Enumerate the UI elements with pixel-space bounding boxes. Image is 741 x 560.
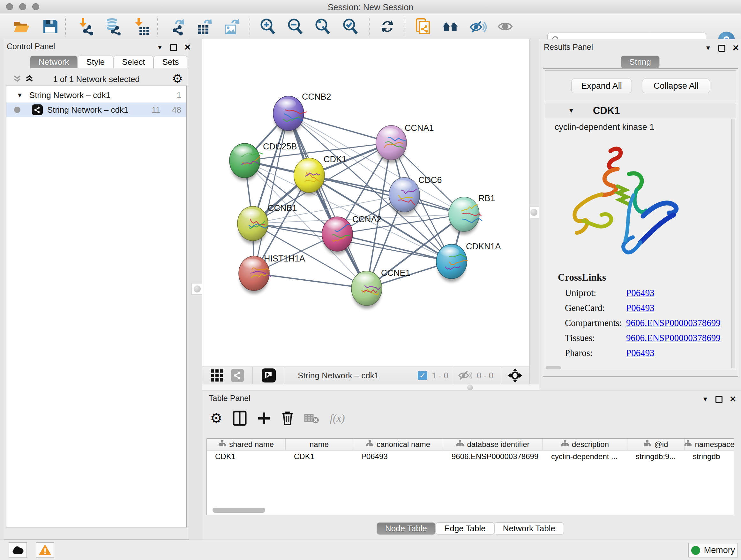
panel-float-icon[interactable] — [718, 45, 725, 52]
left-splitter-handle[interactable] — [192, 283, 203, 295]
cloud-status-button[interactable] — [9, 542, 27, 558]
network-node-CCNA1[interactable]: CCNA1 — [376, 123, 434, 163]
delete-column-icon[interactable] — [281, 411, 294, 426]
tab-edge-table[interactable]: Edge Table — [435, 522, 494, 535]
tab-node-table[interactable]: Node Table — [377, 522, 435, 535]
table-cell[interactable]: P06493 — [353, 450, 443, 462]
network-node-HIST1H1A[interactable]: HIST1H1A — [239, 254, 305, 294]
tree-expand-icon[interactable]: ▼ — [17, 91, 23, 99]
crosslink-link[interactable]: 9606.ENSP00000378699 — [626, 318, 721, 333]
network-row[interactable]: String Network – cdk1 11 48 — [6, 103, 186, 117]
column-header-database-identifier[interactable]: database identifier — [443, 439, 543, 450]
results-horizontal-scrollbar[interactable] — [546, 366, 561, 369]
delete-table-icon[interactable] — [304, 413, 320, 424]
export-table-icon[interactable] — [196, 17, 213, 36]
show-hide-graphics-icon[interactable] — [469, 17, 487, 36]
tab-style[interactable]: Style — [77, 56, 113, 68]
table-cell[interactable]: stringdb — [684, 450, 734, 462]
node-details-header[interactable]: ▼ CDK1 — [545, 103, 736, 118]
network-node-CDC6[interactable]: CDC6 — [389, 175, 442, 215]
panel-close-icon[interactable]: ✕ — [730, 394, 737, 404]
export-network-icon[interactable] — [169, 17, 187, 36]
network-node-CCNB2[interactable]: CCNB2 — [273, 92, 331, 134]
table-cell[interactable]: stringdb:9... — [627, 450, 684, 462]
column-header-namespace[interactable]: namespace — [684, 439, 734, 450]
column-header-description[interactable]: description — [543, 439, 627, 450]
tab-network-table[interactable]: Network Table — [494, 522, 564, 535]
panel-menu-icon[interactable]: ▼ — [705, 44, 711, 52]
import-table-file-icon[interactable] — [133, 17, 151, 36]
column-header-name[interactable]: name — [286, 439, 353, 450]
zoom-out-icon[interactable] — [286, 17, 304, 36]
network-node-CDK1[interactable]: CDK1 — [294, 154, 347, 196]
grid-view-icon[interactable] — [210, 369, 224, 382]
tab-network[interactable]: Network — [30, 56, 77, 68]
table-cell[interactable]: cyclin-dependent ... — [543, 450, 627, 462]
clone-network-icon[interactable] — [414, 17, 432, 36]
column-header--id[interactable]: @id — [627, 439, 684, 450]
memory-button[interactable]: Memory — [688, 543, 738, 557]
zoom-in-icon[interactable] — [259, 17, 277, 36]
save-session-icon[interactable] — [41, 17, 59, 36]
network-edge-CCNB2-CCNA1[interactable] — [288, 113, 391, 143]
network-edge-CCNB2-HIST1H1A[interactable] — [254, 113, 288, 273]
import-network-database-icon[interactable] — [105, 17, 122, 36]
network-collection-row[interactable]: ▼ String Network – cdk1 1 — [6, 88, 186, 103]
function-builder-icon[interactable]: f(x) — [330, 412, 345, 424]
network-options-gear-icon[interactable]: ⚙ — [172, 72, 183, 84]
network-view[interactable]: CCNB2CCNA1CDC25BCDK1CDC6RB1CCNB1CCNA2CDK… — [202, 39, 530, 384]
tab-string[interactable]: String — [621, 56, 660, 68]
string-view-icon[interactable] — [231, 369, 244, 382]
results-vertical-scrollbar[interactable] — [731, 119, 735, 368]
table-options-gear-icon[interactable]: ⚙ — [210, 411, 222, 425]
network-edge-CCNA2-CDKN1A[interactable] — [337, 234, 452, 261]
selected-nodes-checkbox[interactable]: ✓ — [418, 371, 427, 380]
network-node-CCNB1[interactable]: CCNB1 — [238, 203, 297, 244]
export-image-icon[interactable] — [222, 17, 240, 36]
collapse-all-button[interactable]: Collapse All — [642, 78, 710, 93]
horizontal-splitter[interactable] — [202, 384, 539, 391]
collapse-entry-icon[interactable]: ▼ — [568, 107, 575, 114]
zoom-fit-icon[interactable] — [314, 17, 332, 36]
import-network-file-icon[interactable] — [77, 17, 95, 36]
panel-float-icon[interactable] — [716, 396, 723, 403]
zoom-selected-icon[interactable] — [341, 17, 359, 36]
tab-select[interactable]: Select — [113, 56, 153, 68]
network-edge-HIST1H1A-CCNE1[interactable] — [254, 273, 367, 288]
table-horizontal-scrollbar[interactable] — [212, 508, 265, 513]
table-cell[interactable]: CDK1 — [286, 450, 353, 462]
warning-status-button[interactable] — [36, 542, 54, 558]
network-graph[interactable]: CCNB2CCNA1CDC25BCDK1CDC6RB1CCNB1CCNA2CDK… — [202, 39, 529, 366]
table-cell[interactable]: CDK1 — [207, 450, 286, 462]
network-node-CDKN1A[interactable]: CDKN1A — [436, 242, 501, 282]
birds-eye-view-icon[interactable] — [262, 368, 276, 382]
crosslink-link[interactable]: P06493 — [626, 288, 655, 303]
network-node-CCNE1[interactable]: CCNE1 — [351, 268, 410, 309]
show-columns-icon[interactable] — [232, 411, 247, 426]
pan-crosshair-icon[interactable] — [508, 368, 522, 383]
hidden-eye-icon[interactable] — [458, 370, 472, 381]
first-neighbors-icon[interactable] — [442, 17, 460, 36]
show-graphics-details-icon[interactable] — [496, 17, 515, 36]
create-column-icon[interactable] — [257, 411, 271, 425]
panel-menu-icon[interactable]: ▼ — [157, 44, 163, 51]
panel-float-icon[interactable] — [170, 44, 177, 51]
node-table[interactable]: shared namenamecanonical namedatabase id… — [206, 438, 734, 515]
network-node-RB1[interactable]: RB1 — [449, 193, 495, 235]
column-header-canonical-name[interactable]: canonical name — [353, 439, 443, 450]
crosslink-link[interactable]: P06493 — [626, 348, 655, 363]
panel-menu-icon[interactable]: ▼ — [702, 395, 709, 403]
horizontal-splitter-handle[interactable] — [467, 385, 473, 390]
column-header-shared-name[interactable]: shared name — [207, 439, 286, 450]
expand-all-button[interactable]: Expand All — [571, 78, 632, 93]
crosslink-link[interactable]: 9606.ENSP00000378699 — [626, 333, 721, 348]
table-cell[interactable]: 9606.ENSP00000378699 — [443, 450, 543, 462]
panel-close-icon[interactable]: ✕ — [732, 43, 739, 53]
tab-sets[interactable]: Sets — [153, 56, 187, 68]
open-session-icon[interactable] — [12, 17, 30, 36]
crosslink-link[interactable]: P06493 — [626, 303, 655, 318]
table-row[interactable]: CDK1CDK1P064939606.ENSP00000378699cyclin… — [207, 450, 734, 462]
panel-close-icon[interactable]: ✕ — [184, 43, 191, 52]
network-node-CCNA2[interactable]: CCNA2 — [322, 214, 382, 254]
right-splitter-handle[interactable] — [528, 206, 540, 218]
